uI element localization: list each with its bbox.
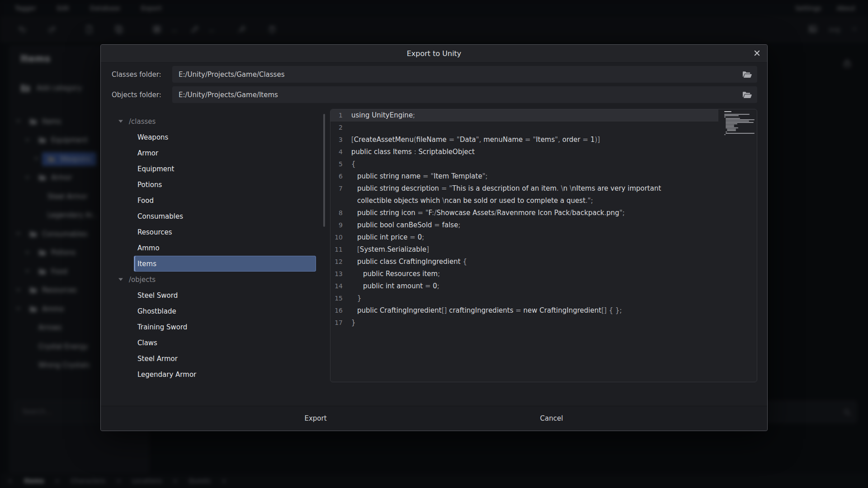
tree-item-items[interactable]: Items <box>134 256 316 272</box>
tree-item-resources[interactable]: Resources <box>134 224 316 240</box>
tree-item-steel-armor[interactable]: Steel Armor <box>134 351 316 366</box>
code-line-17: 17} <box>330 317 757 329</box>
tree-item-steel-sword[interactable]: Steel Sword <box>134 287 316 303</box>
classes-folder-label: Classes folder: <box>112 70 172 79</box>
code-line-13: 13public Resources item; <box>330 268 757 280</box>
code-line-5: 5{ <box>330 158 757 170</box>
code-line-16: 16public CraftingIngredient[] craftingIn… <box>330 305 757 317</box>
tree-item-ghostblade[interactable]: Ghostblade <box>134 303 316 319</box>
code-line-12: 12public class CraftingIngredient { <box>330 256 757 268</box>
tree-item-food[interactable]: Food <box>134 192 316 208</box>
cancel-button[interactable]: Cancel <box>525 410 579 427</box>
code-line-10: 10public int price = 0; <box>330 231 757 244</box>
tree-item-armor[interactable]: Armor <box>134 145 316 161</box>
tree-item-equipment[interactable]: Equipment <box>134 161 316 177</box>
objects-folder-input[interactable] <box>172 86 757 103</box>
objects-folder-row: Objects folder: <box>112 86 757 103</box>
code-line-2: 2 <box>330 122 757 134</box>
tree-item-weapons[interactable]: Weapons <box>134 129 316 145</box>
code-lines: 1using UnityEngine;23[CreateAssetMenu(fi… <box>330 109 757 329</box>
code-line-7: 7public string description = "This is a … <box>330 183 757 207</box>
code-line-9: 9public bool canBeSold = false; <box>330 219 757 231</box>
tree-section-classes[interactable]: /classes <box>112 113 325 129</box>
export-tree: /classesWeaponsArmorEquipmentPotionsFood… <box>112 109 325 382</box>
code-line-3: 3[CreateAssetMenu(fileName = "Data", men… <box>330 134 757 146</box>
classes-folder-row: Classes folder: <box>112 66 757 83</box>
screen: TaggerEditDatabaseExport SettingsAbout s… <box>0 0 868 488</box>
tree-section-label: /objects <box>129 276 156 284</box>
dialog-title: Export to Unity <box>101 45 767 63</box>
code-line-15: 15} <box>330 292 757 305</box>
code-line-4: 4public class Items : ScriptableObject <box>330 146 757 158</box>
code-line-1: 1using UnityEngine; <box>330 109 757 122</box>
tree-item-legendary-armor[interactable]: Legendary Armor <box>134 366 316 382</box>
tree-section-label: /classes <box>129 117 156 126</box>
objects-folder-label: Objects folder: <box>112 91 172 99</box>
triangle-down-icon <box>118 120 123 123</box>
browse-folder-icon[interactable] <box>742 71 752 78</box>
close-button[interactable] <box>752 49 762 59</box>
minimap <box>724 111 755 136</box>
code-line-11: 11[System.Serializable] <box>330 244 757 256</box>
code-preview: 1using UnityEngine;23[CreateAssetMenu(fi… <box>330 109 757 382</box>
export-to-unity-dialog: Export to Unity Classes folder: Objects … <box>100 44 768 431</box>
triangle-down-icon <box>118 278 123 281</box>
dialog-header: Export to Unity <box>101 45 767 63</box>
tree-section-objects[interactable]: /objects <box>112 272 325 287</box>
tree-item-training-sword[interactable]: Training Sword <box>134 319 316 335</box>
code-line-14: 14public int amount = 0; <box>330 280 757 292</box>
classes-folder-input[interactable] <box>172 66 757 83</box>
tree-scrollbar[interactable] <box>323 114 325 227</box>
browse-folder-icon[interactable] <box>742 91 752 99</box>
tree-item-ammo[interactable]: Ammo <box>134 240 316 256</box>
code-line-8: 8public string icon = "F:/Showcase Asset… <box>330 207 757 219</box>
tree-item-claws[interactable]: Claws <box>134 335 316 351</box>
tree-item-consumables[interactable]: Consumables <box>134 208 316 224</box>
dialog-footer: Export Cancel <box>101 406 767 431</box>
tree-item-potions[interactable]: Potions <box>134 177 316 192</box>
code-line-6: 6public string name = "Item Template"; <box>330 170 757 183</box>
export-button[interactable]: Export <box>289 410 342 427</box>
